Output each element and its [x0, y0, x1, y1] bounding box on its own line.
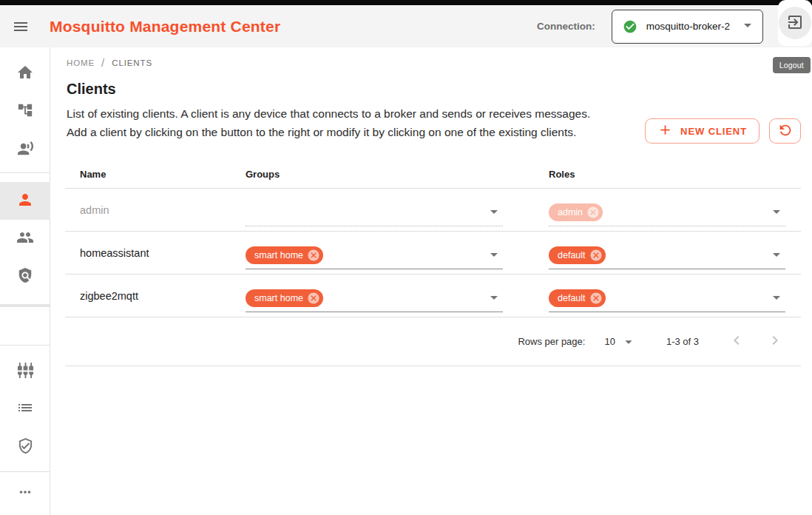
- sidebar-divider: [0, 345, 50, 346]
- rows-per-page-select[interactable]: 10: [604, 334, 636, 350]
- settings-input-sliders-icon: [17, 362, 34, 381]
- column-header-name: Name: [65, 169, 244, 180]
- page-actions: NEW CLIENT: [645, 118, 801, 144]
- sidebar-item-home[interactable]: [0, 55, 50, 92]
- groups-select[interactable]: smart home: [246, 286, 503, 312]
- window-top-strip: [0, 0, 812, 5]
- next-page-button[interactable]: [762, 329, 788, 354]
- groups-select[interactable]: [246, 200, 503, 226]
- chevron-down-icon: [620, 334, 637, 350]
- chevron-down-icon: [485, 289, 503, 309]
- logout-button-container: [778, 0, 812, 46]
- group-chip[interactable]: smart home: [246, 289, 323, 307]
- chevron-down-icon: [485, 246, 503, 266]
- sidebar: [0, 47, 50, 515]
- groups-cell: [244, 194, 547, 226]
- app-title: Mosquitto Management Center: [50, 18, 280, 36]
- group-chip[interactable]: smart home: [246, 246, 323, 264]
- client-name: zigbee2mqtt: [65, 290, 244, 302]
- chevron-down-icon: [485, 203, 503, 223]
- chevron-down-icon: [768, 203, 785, 223]
- client-name: admin: [65, 204, 244, 216]
- logout-button[interactable]: [779, 7, 811, 39]
- roles-cell: admin: [547, 194, 801, 226]
- policy-shield-search-icon: [17, 267, 33, 286]
- breadcrumb-home-link[interactable]: HOME: [67, 58, 95, 67]
- pagination-range-label: 1-3 of 3: [666, 336, 699, 347]
- refresh-button[interactable]: [769, 118, 801, 144]
- sidebar-item-roles[interactable]: [0, 258, 50, 295]
- sidebar-divider: [0, 172, 50, 173]
- role-chip-label: admin: [558, 207, 583, 218]
- description-row: List of existing clients. A client is an…: [51, 104, 812, 144]
- chevron-down-icon: [768, 246, 785, 266]
- column-header-groups: Groups: [244, 169, 547, 180]
- table-row[interactable]: admin admin: [65, 189, 801, 232]
- check-circle-icon: [623, 19, 637, 34]
- logout-tooltip: Logout: [773, 57, 811, 73]
- plus-icon: [657, 122, 673, 140]
- connection-value: mosquitto-broker-2: [646, 21, 730, 32]
- sidebar-divider: [0, 471, 50, 472]
- screen: Mosquitto Management Center Connection: …: [0, 0, 812, 515]
- person-icon: [16, 191, 34, 211]
- role-chip-label: default: [558, 250, 586, 260]
- chip-delete-icon[interactable]: [589, 292, 603, 305]
- chip-delete-icon[interactable]: [589, 249, 603, 262]
- groups-cell: smart home: [244, 280, 547, 312]
- roles-cell: default: [547, 237, 801, 269]
- group-chip-label: smart home: [254, 250, 303, 260]
- role-chip[interactable]: default: [549, 246, 606, 264]
- chevron-down-icon: [739, 16, 757, 37]
- previous-page-button[interactable]: [724, 329, 749, 354]
- breadcrumb: HOME / CLIENTS: [51, 47, 812, 69]
- roles-cell: default: [547, 280, 801, 312]
- chevron-right-icon: [766, 331, 784, 351]
- chip-delete-icon[interactable]: [307, 249, 320, 262]
- list-icon: [16, 399, 34, 419]
- table-pagination: Rows per page: 10 1-3 of 3: [65, 317, 801, 366]
- chip-delete-icon[interactable]: [586, 206, 600, 219]
- groups-select[interactable]: smart home: [246, 243, 503, 269]
- roles-select[interactable]: default: [549, 286, 785, 312]
- refresh-icon: [777, 122, 794, 141]
- clients-table: Name Groups Roles admin admin: [65, 160, 801, 366]
- sidebar-divider: [0, 304, 50, 307]
- hamburger-menu-icon[interactable]: [12, 18, 30, 36]
- topology-tree-icon: [17, 102, 33, 121]
- groups-cell: smart home: [244, 237, 547, 269]
- sidebar-item-groups[interactable]: [0, 220, 50, 258]
- home-icon: [16, 64, 34, 84]
- table-header-row: Name Groups Roles: [65, 160, 801, 189]
- roles-select[interactable]: default: [549, 243, 785, 269]
- connection-select[interactable]: mosquitto-broker-2: [612, 10, 763, 44]
- breadcrumb-separator: /: [101, 56, 105, 69]
- chevron-left-icon: [728, 331, 745, 351]
- connection-label: Connection:: [537, 21, 595, 32]
- role-chip[interactable]: default: [549, 289, 606, 307]
- chip-delete-icon[interactable]: [307, 292, 320, 305]
- table-row[interactable]: zigbee2mqtt smart home default: [65, 275, 801, 317]
- app-bar: Mosquitto Management Center Connection: …: [0, 5, 812, 47]
- sidebar-item-plugins[interactable]: [0, 352, 50, 390]
- sidebar-item-settings[interactable]: [0, 390, 50, 428]
- rows-per-page-label: Rows per page:: [518, 336, 585, 347]
- sidebar-item-certificates[interactable]: [0, 428, 50, 465]
- chevron-down-icon: [768, 289, 785, 309]
- new-client-button-label: NEW CLIENT: [680, 126, 747, 137]
- exit-to-app-icon: [786, 13, 804, 33]
- role-chip[interactable]: admin: [549, 203, 603, 221]
- column-header-roles: Roles: [547, 169, 801, 180]
- new-client-button[interactable]: NEW CLIENT: [645, 118, 759, 144]
- sidebar-item-clients[interactable]: [0, 182, 50, 220]
- group-chip-label: smart home: [254, 293, 303, 303]
- client-name: homeassistant: [65, 247, 244, 259]
- rows-per-page-value: 10: [604, 336, 615, 347]
- verified-shield-check-icon: [17, 437, 34, 457]
- role-chip-label: default: [558, 293, 586, 303]
- sidebar-item-topology[interactable]: [0, 92, 50, 130]
- table-row[interactable]: homeassistant smart home default: [65, 232, 801, 275]
- roles-select[interactable]: admin: [549, 200, 785, 226]
- sidebar-item-connections[interactable]: [0, 130, 50, 168]
- sidebar-item-more[interactable]: [0, 475, 50, 511]
